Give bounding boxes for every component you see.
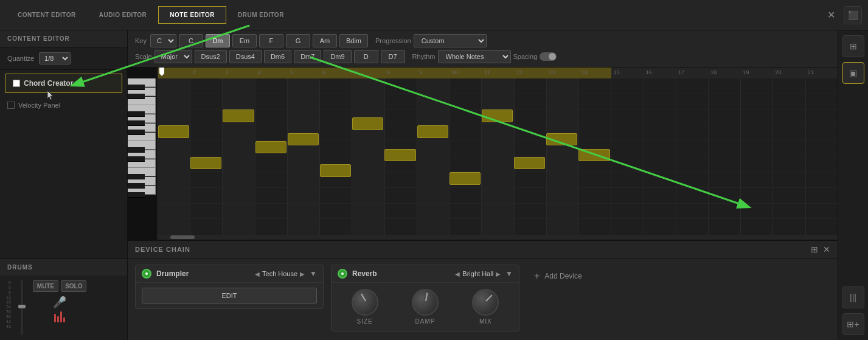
reverb-mix-knob[interactable] bbox=[472, 289, 499, 316]
drumpler-prev-preset[interactable]: ◀ bbox=[255, 271, 260, 277]
drumpler-edit-button[interactable]: EDIT bbox=[142, 288, 317, 304]
drums-header: DRUMS bbox=[0, 259, 127, 276]
scale-label: Scale bbox=[135, 53, 152, 60]
timeline-num-10: 10 bbox=[450, 68, 482, 77]
note-block-2[interactable] bbox=[190, 157, 221, 170]
spacing-toggle[interactable] bbox=[540, 52, 557, 61]
tab-content-editor[interactable]: CONTENT EDITOR bbox=[6, 6, 88, 24]
key-label: Key bbox=[135, 37, 147, 44]
reverb-size-knob-container: SIZE bbox=[352, 289, 378, 325]
chord-btn-Dm7[interactable]: Dm7 bbox=[294, 50, 321, 63]
chord-btn-G[interactable]: G bbox=[286, 34, 310, 47]
reverb-prev-preset[interactable]: ◀ bbox=[455, 271, 460, 277]
note-block-8[interactable] bbox=[384, 149, 415, 162]
chord-btn-Bdim[interactable]: Bdim bbox=[339, 34, 368, 47]
chord-btn-D7[interactable]: D7 bbox=[381, 50, 405, 63]
top-right-icon[interactable]: ⬛ bbox=[844, 6, 862, 24]
editor-tabs-bar: CONTENT EDITOR AUDIO EDITOR NOTE EDITOR … bbox=[0, 0, 868, 30]
timeline-num-7: 7 bbox=[352, 68, 384, 77]
mute-button[interactable]: MUTE bbox=[33, 280, 58, 292]
key-select[interactable]: CDEFGAB bbox=[150, 34, 176, 47]
reverb-preset-dropdown[interactable]: ▼ bbox=[505, 269, 513, 278]
quantize-label: Quantize bbox=[7, 55, 34, 62]
tab-note-editor[interactable]: NOTE EDITOR bbox=[158, 6, 226, 24]
scale-select[interactable]: MajorMinor bbox=[155, 50, 192, 63]
note-block-12[interactable] bbox=[514, 157, 545, 170]
drumpler-next-preset[interactable]: ▶ bbox=[300, 271, 305, 277]
note-block-11[interactable] bbox=[482, 109, 513, 122]
note-block-1[interactable] bbox=[158, 125, 189, 138]
reverb-mix-knob-container: MIX bbox=[472, 289, 499, 325]
reverb-device: Reverb ◀ Bright Hall ▶ ▼ bbox=[331, 265, 519, 331]
timeline-num-19: 19 bbox=[740, 68, 773, 77]
reverb-size-knob[interactable] bbox=[352, 289, 378, 316]
note-block-4[interactable] bbox=[255, 141, 286, 154]
reverb-next-preset[interactable]: ▶ bbox=[496, 271, 501, 277]
input-icon: 🎤 bbox=[53, 296, 66, 309]
chord-btn-C[interactable]: C bbox=[179, 34, 203, 47]
chord-btn-Dm9[interactable]: Dm9 bbox=[324, 50, 351, 63]
solo-button[interactable]: SOLO bbox=[61, 280, 86, 292]
note-block-9[interactable] bbox=[417, 125, 448, 138]
right-panel-icon-grid[interactable]: ⊞ bbox=[842, 35, 864, 57]
drumpler-preset-dropdown[interactable]: ▼ bbox=[310, 269, 317, 278]
chord-btn-D[interactable]: D bbox=[354, 50, 378, 63]
timeline-num-17: 17 bbox=[676, 68, 708, 77]
reverb-mix-label: MIX bbox=[479, 318, 492, 325]
chord-btn-Em[interactable]: Em bbox=[232, 34, 257, 47]
timeline-num-5: 5 bbox=[288, 68, 320, 77]
reverb-damp-knob-container: DAMP bbox=[412, 289, 439, 325]
piano-keyboard bbox=[128, 68, 158, 240]
velocity-panel-checkbox[interactable] bbox=[7, 102, 15, 109]
right-panel-icon-eq[interactable]: ||| bbox=[842, 286, 864, 308]
right-panel-icon-plus-grid[interactable]: ⊞+ bbox=[842, 313, 864, 335]
right-panel-icon-browser[interactable]: ▣ bbox=[842, 62, 864, 84]
progression-select[interactable]: Custom bbox=[414, 34, 487, 47]
drumpler-power-button[interactable] bbox=[142, 269, 151, 279]
note-block-13[interactable] bbox=[546, 133, 577, 146]
add-device-button[interactable]: + Add Device bbox=[527, 265, 589, 288]
tab-audio-editor[interactable]: AUDIO EDITOR bbox=[88, 6, 159, 24]
chord-btn-F[interactable]: F bbox=[259, 34, 283, 47]
timeline-bar: 1 2 3 4 5 6 7 8 9 10 11 bbox=[158, 68, 838, 78]
reverb-power-button[interactable] bbox=[338, 269, 347, 279]
add-device-icon: + bbox=[534, 271, 540, 282]
tab-drum-editor[interactable]: DRUM EDITOR bbox=[226, 6, 296, 24]
progression-label: Progression bbox=[375, 37, 411, 44]
note-block-7[interactable] bbox=[352, 117, 383, 130]
note-block-14[interactable] bbox=[578, 149, 609, 162]
drumpler-device: Drumpler ◀ Tech House ▶ ▼ EDIT bbox=[135, 265, 324, 309]
chord-btn-Dm6[interactable]: Dm6 bbox=[264, 50, 291, 63]
rhythm-select[interactable]: Whole Notes bbox=[438, 50, 511, 63]
chord-btn-Am[interactable]: Am bbox=[313, 34, 337, 47]
timeline-num-16: 16 bbox=[644, 68, 676, 77]
chord-btn-Dsus4[interactable]: Dsus4 bbox=[229, 50, 262, 63]
note-block-5[interactable] bbox=[288, 133, 319, 146]
velocity-panel-label: Velocity Panel bbox=[18, 102, 60, 109]
horizontal-scrollbar[interactable] bbox=[158, 235, 838, 240]
eq-bars bbox=[54, 311, 65, 322]
reverb-size-label: SIZE bbox=[357, 318, 373, 325]
note-block-6[interactable] bbox=[320, 164, 351, 177]
chord-btn-Dsus2[interactable]: Dsus2 bbox=[195, 50, 227, 63]
rhythm-label: Rhythm bbox=[412, 53, 436, 60]
chord-btn-Dm[interactable]: Dm bbox=[206, 34, 230, 47]
reverb-damp-label: DAMP bbox=[415, 318, 436, 325]
reverb-preset-name: Bright Hall bbox=[462, 270, 493, 277]
timeline-num-18: 18 bbox=[708, 68, 740, 77]
reverb-damp-knob[interactable] bbox=[412, 289, 439, 316]
close-editor-button[interactable]: ✕ bbox=[821, 9, 841, 21]
timeline-num-9: 9 bbox=[417, 68, 450, 77]
note-block-3[interactable] bbox=[223, 109, 254, 122]
content-editor-label: CONTENT EDITOR bbox=[0, 30, 127, 47]
volume-fader[interactable] bbox=[18, 305, 26, 308]
timeline-num-4: 4 bbox=[255, 68, 288, 77]
note-grid[interactable]: 1 2 3 4 5 6 7 8 9 10 11 bbox=[158, 68, 838, 240]
quantize-select[interactable]: 1/8 1/4 1/16 bbox=[39, 52, 71, 64]
timeline-num-13: 13 bbox=[546, 68, 578, 77]
device-chain-close-button[interactable]: ✕ bbox=[823, 245, 830, 254]
timeline-num-14: 14 bbox=[578, 68, 611, 77]
note-block-10[interactable] bbox=[450, 172, 481, 185]
chord-creator-checkbox[interactable] bbox=[13, 80, 20, 87]
timeline-num-6: 6 bbox=[320, 68, 352, 77]
